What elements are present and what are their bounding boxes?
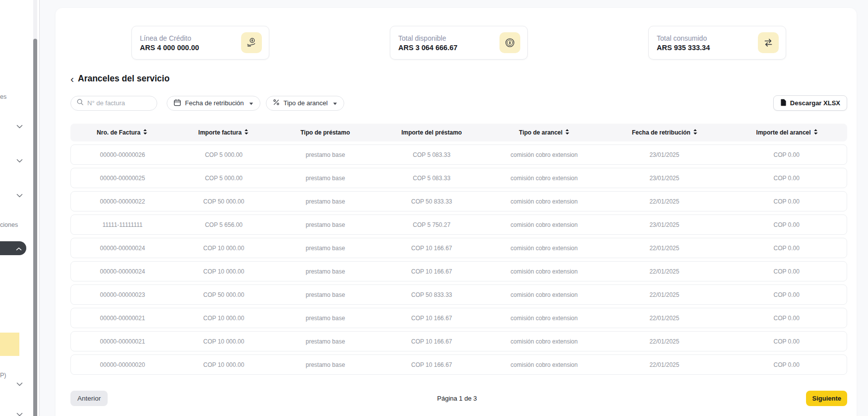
table-cell: COP 0.00 [727, 245, 847, 252]
chevron-down-icon[interactable] [16, 379, 23, 388]
chevron-down-icon[interactable] [16, 191, 23, 200]
table-cell: COP 0.00 [727, 151, 847, 158]
table-cell: comisión cobro extension [486, 221, 603, 228]
table-cell: COP 5 083.33 [377, 175, 486, 182]
table-cell: prestamo base [273, 245, 377, 252]
table-row: 00000-00000024COP 10 000.00prestamo base… [70, 261, 847, 281]
sort-icon [244, 129, 248, 137]
column-header-1[interactable]: Nro. de Factura [70, 129, 174, 137]
table-cell: 23/01/2025 [602, 221, 726, 228]
table-cell: 22/01/2025 [602, 315, 726, 322]
table-row: 00000-00000023COP 50 000.00prestamo base… [70, 284, 847, 305]
chevron-down-icon[interactable] [16, 156, 23, 165]
summary-card-linea-de-credito: Línea de CréditoARS 4 000 000.00 [131, 26, 269, 60]
table-cell: COP 10 166.67 [377, 245, 486, 252]
table-row: 00000-00000026COP 5 000.00prestamo baseC… [70, 144, 847, 165]
column-header-label: Importe factura [198, 129, 242, 136]
table-cell: COP 0.00 [727, 291, 847, 298]
date-filter-dropdown[interactable]: Fecha de retribución [167, 96, 260, 111]
table-cell: comisión cobro extension [486, 338, 603, 345]
table-cell: 00000-00000021 [71, 315, 174, 322]
column-header-3: Tipo de préstamo [273, 129, 377, 136]
sidebar-scrollbar-thumb[interactable] [33, 39, 37, 416]
table-cell: prestamo base [273, 361, 377, 368]
summary-card-label: Línea de Crédito [140, 34, 199, 42]
table-cell: prestamo base [273, 291, 377, 298]
transfer-arrows-icon [758, 32, 779, 53]
table-cell: prestamo base [273, 338, 377, 345]
previous-page-button[interactable]: Anterior [70, 391, 108, 406]
sidebar-item-label[interactable]: es [0, 93, 6, 100]
column-header-label: Importe del arancel [756, 129, 811, 136]
table-cell: 00000-00000026 [71, 151, 174, 158]
table-cell: COP 5 000.00 [174, 151, 273, 158]
tariff-filter-dropdown[interactable]: Tipo de arancel [266, 96, 344, 111]
table-cell: prestamo base [273, 175, 377, 182]
table-cell: COP 10 000.00 [174, 268, 273, 275]
file-icon [780, 99, 787, 108]
table-cell: comisión cobro extension [486, 315, 603, 322]
search-input-wrapper [70, 96, 157, 111]
table-cell: comisión cobro extension [486, 245, 603, 252]
caret-down-icon [249, 99, 253, 107]
table-cell: 22/01/2025 [602, 361, 726, 368]
sidebar-item-expanded[interactable] [0, 241, 26, 255]
column-header-label: Fecha de retribución [632, 129, 690, 136]
pagination: Anterior Página 1 de 3 Siguiente [70, 391, 847, 406]
page-title: Aranceles del servicio [78, 73, 170, 84]
table-row: 00000-00000021COP 10 000.00prestamo base… [70, 331, 847, 351]
table-cell: COP 0.00 [727, 338, 847, 345]
chevron-up-icon [16, 244, 22, 253]
column-header-2[interactable]: Importe factura [174, 129, 273, 137]
column-header-6[interactable]: Fecha de retribución [603, 129, 727, 137]
table-cell: COP 0.00 [727, 268, 847, 275]
table-cell: COP 50 000.00 [174, 291, 273, 298]
caret-down-icon [333, 99, 337, 107]
column-header-4: Importe del préstamo [377, 129, 486, 136]
chevron-down-icon[interactable] [16, 122, 23, 131]
search-input[interactable] [87, 99, 151, 107]
summary-card-value: ARS 935 333.34 [657, 44, 710, 52]
chevron-down-icon[interactable] [16, 410, 23, 416]
table-cell: COP 5 750.27 [377, 221, 486, 228]
table-cell: 22/01/2025 [602, 291, 726, 298]
summary-card-label: Total disponible [398, 34, 457, 42]
table-cell: comisión cobro extension [486, 175, 603, 182]
percent-icon [273, 99, 280, 107]
table-cell: comisión cobro extension [486, 151, 603, 158]
table-row: 00000-00000022COP 50 000.00prestamo base… [70, 191, 847, 211]
hand-coin-icon [241, 32, 262, 53]
column-header-5[interactable]: Tipo de arancel [486, 129, 603, 137]
download-xlsx-button[interactable]: Descargar XLSX [773, 95, 847, 111]
sidebar-item-label[interactable]: ciones [0, 221, 18, 228]
table-cell: 11111-11111111 [71, 221, 174, 228]
table-cell: comisión cobro extension [486, 198, 603, 205]
table-cell: COP 10 000.00 [174, 338, 273, 345]
table-cell: COP 10 166.67 [377, 361, 486, 368]
table-cell: comisión cobro extension [486, 268, 603, 275]
summary-card-text: Línea de CréditoARS 4 000 000.00 [140, 34, 199, 52]
table-cell: 22/01/2025 [602, 245, 726, 252]
sidebar-active-item-highlight[interactable] [0, 333, 19, 356]
page-status: Página 1 de 3 [108, 395, 806, 402]
summary-card-text: Total disponibleARS 3 064 666.67 [398, 34, 457, 52]
calendar-icon [174, 99, 181, 108]
table-cell: COP 10 166.67 [377, 268, 486, 275]
table-cell: COP 0.00 [727, 198, 847, 205]
next-page-button[interactable]: Siguiente [806, 391, 847, 406]
sidebar-item-label[interactable]: P) [0, 372, 6, 379]
coin-icon [499, 32, 520, 53]
table-cell: COP 10 166.67 [377, 338, 486, 345]
summary-card-text: Total consumidoARS 935 333.34 [657, 34, 710, 52]
table-cell: 00000-00000021 [71, 338, 174, 345]
table-body: 00000-00000026COP 5 000.00prestamo baseC… [70, 144, 847, 375]
table-cell: COP 10 000.00 [174, 245, 273, 252]
table-cell: comisión cobro extension [486, 291, 603, 298]
sort-icon [693, 129, 697, 137]
column-header-7[interactable]: Importe del arancel [727, 129, 847, 137]
back-chevron-icon[interactable]: ‹ [70, 74, 74, 84]
table-cell: COP 50 000.00 [174, 198, 273, 205]
table-row: 00000-00000021COP 10 000.00prestamo base… [70, 308, 847, 328]
table-row: 11111-11111111COP 5 656.00prestamo baseC… [70, 214, 847, 235]
table-cell: COP 5 083.33 [377, 151, 486, 158]
